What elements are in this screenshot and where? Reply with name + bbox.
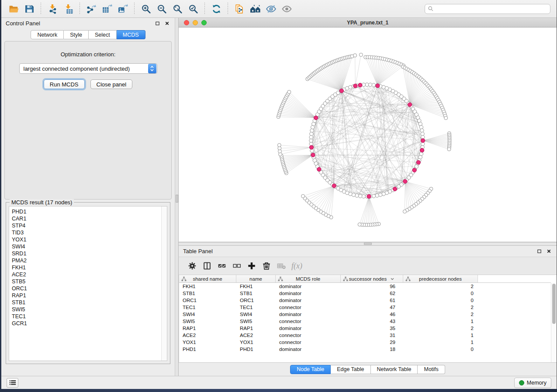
table-row[interactable]: YOX1YOX1connector291 bbox=[179, 339, 557, 346]
export-image-button[interactable] bbox=[116, 2, 129, 15]
table-row[interactable]: PHD1PHD1dominator180 bbox=[179, 346, 557, 353]
criterion-select[interactable]: largest connected component (undirected) bbox=[19, 63, 157, 74]
zoom-selected-button[interactable] bbox=[187, 2, 200, 15]
search-input[interactable] bbox=[436, 6, 547, 12]
mcds-result-node[interactable]: SRD1 bbox=[9, 250, 167, 257]
tab-node-table[interactable]: Node Table bbox=[290, 365, 331, 374]
gear-icon bbox=[187, 261, 197, 271]
table-cell: ACE2 bbox=[236, 332, 276, 339]
show-column-button[interactable] bbox=[200, 259, 214, 272]
mcds-result-node[interactable]: PHD1 bbox=[9, 208, 167, 215]
table-scrollbar[interactable] bbox=[551, 283, 557, 362]
table-cell: 43 bbox=[341, 318, 403, 325]
mcds-result-node[interactable]: YOX1 bbox=[9, 236, 167, 243]
mcds-result-node[interactable]: STB1 bbox=[9, 299, 167, 306]
column-header-predecessor-nodes[interactable]: predecessor nodes bbox=[403, 275, 478, 282]
column-header-shared-name[interactable]: shared name bbox=[179, 275, 236, 282]
float-panel-button[interactable] bbox=[536, 248, 543, 255]
zoom-in-button[interactable] bbox=[139, 2, 152, 15]
mcds-result-node[interactable]: FKH1 bbox=[9, 264, 167, 271]
refresh-button[interactable] bbox=[210, 2, 223, 15]
tab-edge-table[interactable]: Edge Table bbox=[331, 365, 370, 374]
table-cell: dominator bbox=[276, 311, 341, 318]
mcds-result-node[interactable]: STB5 bbox=[9, 278, 167, 285]
column-header-successor-nodes[interactable]: successor nodes bbox=[341, 275, 403, 282]
table-cell: 0 bbox=[403, 290, 478, 297]
table-row[interactable]: SWI5SWI5connector431 bbox=[179, 318, 557, 325]
mcds-result-node[interactable]: RAP1 bbox=[9, 292, 167, 299]
show-panels-button[interactable] bbox=[7, 378, 18, 388]
trash-icon bbox=[262, 261, 271, 271]
open-file-button[interactable] bbox=[7, 2, 20, 15]
table-cell: FKH1 bbox=[179, 283, 236, 290]
network-window-titlebar: YPA_prune.txt_1 bbox=[179, 18, 557, 28]
zoom-out-button[interactable] bbox=[155, 2, 168, 15]
table-settings-button[interactable] bbox=[185, 259, 200, 272]
save-session-button[interactable] bbox=[23, 2, 36, 15]
network-graph-canvas[interactable] bbox=[179, 28, 557, 242]
select-stepper-icon bbox=[148, 64, 156, 73]
mcds-result-node[interactable]: CAR1 bbox=[9, 215, 167, 222]
deselect-all-button[interactable] bbox=[229, 259, 244, 272]
import-table-button[interactable] bbox=[62, 2, 75, 15]
run-mcds-button[interactable]: Run MCDS bbox=[44, 79, 85, 89]
tab-select[interactable]: Select bbox=[89, 30, 117, 39]
delete-column-button[interactable] bbox=[259, 259, 274, 272]
close-panel-button[interactable] bbox=[545, 248, 552, 255]
export-table-button[interactable] bbox=[100, 2, 114, 15]
table-row[interactable]: STB1STB1dominator620 bbox=[179, 290, 557, 297]
column-header-mcds-role[interactable]: MCDS role bbox=[276, 275, 341, 282]
horizontal-splitter[interactable] bbox=[179, 242, 557, 246]
import-network-button[interactable] bbox=[46, 2, 59, 15]
tab-mcds[interactable]: MCDS bbox=[117, 30, 145, 39]
mcds-result-node[interactable]: SWI4 bbox=[9, 243, 167, 250]
export-network-button[interactable] bbox=[85, 2, 98, 15]
splitter-grip[interactable] bbox=[176, 195, 178, 203]
mcds-result-node[interactable]: TID3 bbox=[9, 229, 167, 236]
memory-status-icon bbox=[519, 380, 524, 385]
table-row[interactable]: ACE2ACE2connector311 bbox=[179, 332, 557, 339]
table-cell: 29 bbox=[341, 339, 403, 346]
export-table-icon bbox=[102, 3, 113, 14]
zoom-fit-button[interactable] bbox=[171, 2, 184, 15]
scrollbar-thumb[interactable] bbox=[552, 284, 556, 324]
show-all-button[interactable] bbox=[280, 2, 293, 15]
tab-network-table[interactable]: Network Table bbox=[371, 365, 418, 374]
hide-selected-button[interactable] bbox=[264, 2, 277, 15]
table-row[interactable]: TEC1TEC1connector472 bbox=[179, 304, 557, 311]
select-all-button[interactable] bbox=[214, 259, 229, 272]
mcds-result-node[interactable]: TEC1 bbox=[9, 313, 167, 320]
tab-network[interactable]: Network bbox=[31, 30, 64, 39]
clone-network-button[interactable] bbox=[233, 2, 246, 15]
mcds-result-node[interactable]: ACE2 bbox=[9, 271, 167, 278]
first-neighbors-button[interactable] bbox=[249, 2, 262, 15]
hierarchy-icon bbox=[405, 276, 411, 282]
table-row[interactable]: FKH1FKH1dominator962 bbox=[179, 283, 557, 290]
table-row[interactable]: SWI4SWI4dominator462 bbox=[179, 311, 557, 318]
optimization-criterion-label: Optimization criterion: bbox=[61, 51, 116, 58]
main-toolbar bbox=[1, 0, 557, 18]
column-header-name[interactable]: name bbox=[236, 275, 276, 282]
tab-style[interactable]: Style bbox=[64, 30, 89, 39]
table-cell: YOX1 bbox=[236, 339, 276, 346]
table-row[interactable]: RAP1RAP1dominator352 bbox=[179, 325, 557, 332]
mcds-result-node[interactable]: GCR1 bbox=[9, 320, 167, 327]
table-cell: 2 bbox=[403, 283, 478, 290]
add-column-button[interactable] bbox=[244, 259, 259, 272]
tab-motifs[interactable]: Motifs bbox=[418, 365, 445, 374]
mcds-result-node[interactable]: ORC1 bbox=[9, 285, 167, 292]
close-panel-action-button[interactable]: Close panel bbox=[90, 79, 133, 89]
search-field[interactable] bbox=[425, 4, 550, 14]
mcds-result-node[interactable]: SWI5 bbox=[9, 306, 167, 313]
vertical-splitter[interactable] bbox=[175, 18, 179, 376]
splitter-grip[interactable] bbox=[364, 243, 372, 245]
mcds-list-scrollbar[interactable] bbox=[161, 206, 167, 361]
memory-button[interactable]: Memory bbox=[514, 378, 551, 388]
mcds-result-node[interactable]: PMA2 bbox=[9, 257, 167, 264]
table-row[interactable]: ORC1ORC1dominator610 bbox=[179, 297, 557, 304]
float-panel-button[interactable] bbox=[154, 20, 161, 27]
close-panel-button[interactable] bbox=[163, 20, 170, 27]
network-graph[interactable] bbox=[179, 28, 557, 242]
mcds-result-node[interactable]: STP4 bbox=[9, 222, 167, 229]
table-cell: PHD1 bbox=[236, 346, 276, 353]
